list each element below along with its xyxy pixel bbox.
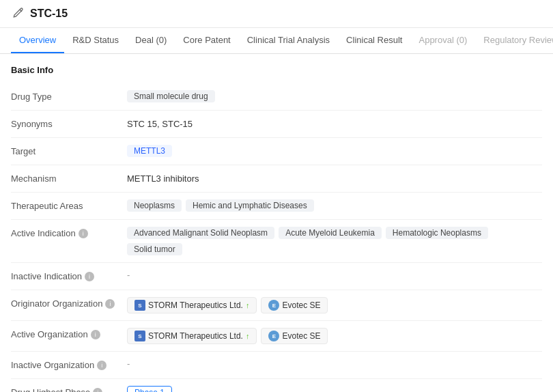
info-label: Inactive Indicationi: [11, 270, 127, 281]
tab-rd-status[interactable]: R&D Status: [64, 28, 127, 53]
info-value: NeoplasmsHemic and Lymphatic Diseases: [127, 199, 542, 212]
info-value: -: [127, 359, 542, 369]
info-value: METTL3 inhibitors: [127, 172, 542, 184]
page-header: STC-15: [0, 0, 553, 28]
tag: Hemic and Lymphatic Diseases: [186, 199, 314, 212]
info-label: Therapeutic Areas: [11, 199, 127, 211]
tag: Advanced Malignant Solid Neoplasm: [127, 227, 274, 239]
tag: Hematologic Neoplasms: [386, 227, 488, 239]
info-value: STC 15, STC-15: [127, 117, 542, 129]
info-value: -: [127, 270, 542, 280]
field-text: METTL3 inhibitors: [127, 172, 199, 184]
info-value: Small molecule drug: [127, 90, 542, 102]
org-badge[interactable]: EEvotec SE: [261, 297, 328, 313]
evotec-logo: E: [268, 300, 279, 311]
org-name: STORM Therapeutics Ltd.: [148, 300, 243, 310]
info-icon[interactable]: i: [93, 388, 102, 393]
field-text: STC 15, STC-15: [127, 117, 193, 129]
info-row: Inactive Indicationi-: [11, 263, 542, 290]
info-row: Active IndicationiAdvanced Malignant Sol…: [11, 220, 542, 263]
tab-clinical-trial[interactable]: Clinical Trial Analysis: [239, 28, 338, 53]
info-row: Originator OrganizationiSSTORM Therapeut…: [11, 290, 542, 321]
info-icon[interactable]: i: [85, 272, 94, 281]
info-label: Inactive Organizationi: [11, 359, 127, 370]
tag: Acute Myeloid Leukemia: [279, 227, 382, 239]
tag: Small molecule drug: [127, 90, 215, 102]
navigation-tabs: OverviewR&D StatusDeal (0)Core PatentCli…: [0, 28, 553, 54]
org-name: Evotec SE: [282, 300, 320, 310]
org-badge[interactable]: SSTORM Therapeutics Ltd.↑: [127, 297, 257, 313]
tab-regulatory-review: Regulatory Review (0): [475, 28, 553, 53]
tab-clinical-result[interactable]: Clinical Result: [338, 28, 410, 53]
org-badge[interactable]: EEvotec SE: [261, 328, 328, 344]
info-label: Originator Organizationi: [11, 297, 127, 309]
info-value: SSTORM Therapeutics Ltd.↑EEvotec SE: [127, 328, 542, 344]
tag: Neoplasms: [127, 199, 182, 212]
info-label: Drug Type: [11, 90, 127, 102]
edit-icon[interactable]: [11, 7, 25, 20]
tag: Solid tumor: [127, 243, 182, 255]
info-row: Drug Highest PhaseiPhase 1: [11, 379, 542, 392]
field-dash: -: [127, 359, 130, 369]
target-tag[interactable]: METTL3: [127, 145, 172, 157]
org-badge[interactable]: SSTORM Therapeutics Ltd.↑: [127, 328, 257, 344]
phase-tag: Phase 1: [127, 386, 172, 392]
info-label: Active Indicationi: [11, 227, 127, 238]
info-label: Target: [11, 145, 127, 156]
page-title: STC-15: [30, 8, 68, 20]
tab-approval: Approval (0): [410, 28, 475, 53]
info-icon[interactable]: i: [91, 330, 100, 339]
tab-deal[interactable]: Deal (0): [127, 28, 175, 53]
info-row: Active OrganizationiSSTORM Therapeutics …: [11, 321, 542, 352]
info-label: Mechanism: [11, 172, 127, 184]
info-table: Drug TypeSmall molecule drugSynonymsSTC …: [11, 83, 542, 392]
evotec-logo: E: [268, 331, 279, 341]
info-label: Active Organizationi: [11, 328, 127, 339]
section-title: Basic Info: [11, 65, 542, 75]
info-label: Drug Highest Phasei: [11, 386, 127, 392]
info-label: Synonyms: [11, 117, 127, 129]
info-icon[interactable]: i: [97, 361, 107, 370]
info-row: MechanismMETTL3 inhibitors: [11, 165, 542, 193]
info-row: SynonymsSTC 15, STC-15: [11, 111, 542, 138]
info-row: Drug TypeSmall molecule drug: [11, 83, 542, 111]
field-dash: -: [127, 270, 130, 280]
org-name: Evotec SE: [282, 331, 320, 341]
storm-logo: S: [134, 300, 145, 311]
info-row: Inactive Organizationi-: [11, 352, 542, 379]
storm-logo: S: [134, 331, 145, 341]
main-content: Basic Info Drug TypeSmall molecule drugS…: [0, 54, 553, 392]
info-icon[interactable]: i: [105, 299, 115, 309]
org-arrow-icon: ↑: [246, 332, 250, 340]
info-icon[interactable]: i: [79, 229, 88, 238]
tab-overview[interactable]: Overview: [11, 28, 64, 53]
tab-core-patent[interactable]: Core Patent: [175, 28, 238, 53]
info-row: Therapeutic AreasNeoplasmsHemic and Lymp…: [11, 193, 542, 220]
org-name: STORM Therapeutics Ltd.: [148, 331, 243, 341]
info-value: Phase 1: [127, 386, 542, 392]
info-row: TargetMETTL3: [11, 138, 542, 165]
org-arrow-icon: ↑: [246, 301, 250, 309]
info-value: METTL3: [127, 145, 542, 157]
info-value: SSTORM Therapeutics Ltd.↑EEvotec SE: [127, 297, 542, 313]
info-value: Advanced Malignant Solid NeoplasmAcute M…: [127, 227, 542, 255]
